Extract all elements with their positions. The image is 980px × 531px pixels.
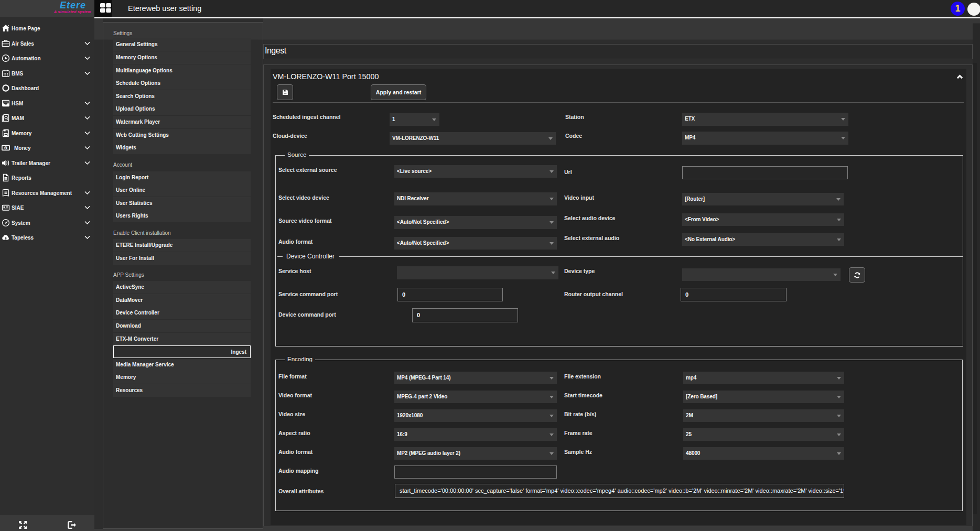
svg-text:e: e [5,146,6,149]
